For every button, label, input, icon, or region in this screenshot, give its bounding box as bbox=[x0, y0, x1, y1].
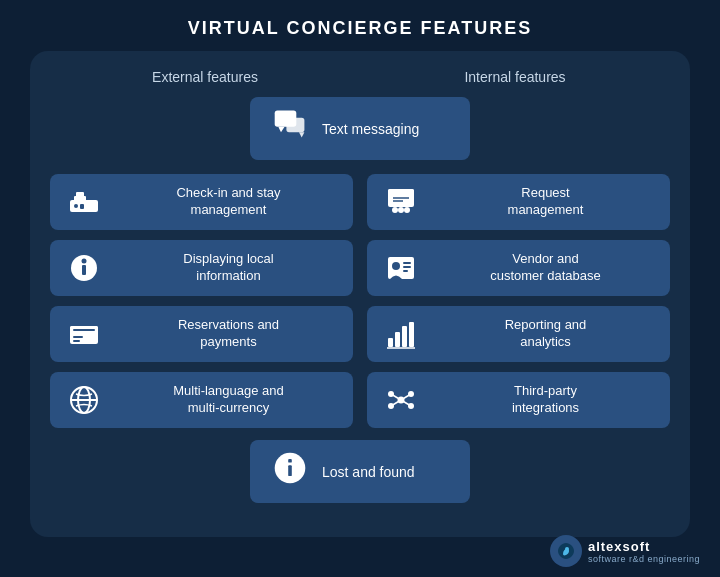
altexsoft-badge: altexsoft software r&d engineering bbox=[550, 535, 700, 567]
internal-col: Requestmanagement Vendor andcustomer dat… bbox=[367, 174, 670, 428]
svg-marker-3 bbox=[299, 132, 304, 137]
reservations-icon bbox=[64, 318, 104, 350]
svg-rect-47 bbox=[288, 459, 292, 463]
altexsoft-logo bbox=[550, 535, 582, 567]
svg-rect-5 bbox=[74, 196, 86, 203]
lost-found-icon bbox=[272, 450, 308, 493]
svg-point-21 bbox=[392, 207, 398, 213]
svg-rect-6 bbox=[76, 192, 84, 197]
svg-rect-27 bbox=[388, 257, 414, 279]
svg-rect-24 bbox=[388, 189, 414, 193]
svg-rect-31 bbox=[403, 270, 408, 272]
svg-rect-32 bbox=[388, 338, 393, 347]
text-messaging-label: Text messaging bbox=[322, 121, 419, 137]
checkin-label: Check-in and staymanagement bbox=[118, 185, 339, 219]
third-party-label: Third-partyintegrations bbox=[435, 383, 656, 417]
svg-rect-7 bbox=[80, 204, 84, 209]
checkin-button[interactable]: Check-in and staymanagement bbox=[50, 174, 353, 230]
text-messaging-button[interactable]: Text messaging bbox=[250, 97, 470, 160]
text-messaging-icon bbox=[272, 107, 308, 150]
external-col: Check-in and staymanagement Displaying l… bbox=[50, 174, 353, 428]
checkin-icon bbox=[64, 186, 104, 218]
svg-rect-35 bbox=[409, 322, 414, 347]
svg-point-23 bbox=[404, 207, 410, 213]
reporting-button[interactable]: Reporting andanalytics bbox=[367, 306, 670, 362]
svg-rect-15 bbox=[73, 336, 83, 338]
vendor-db-label: Vendor andcustomer database bbox=[435, 251, 656, 285]
reservations-button[interactable]: Reservations andpayments bbox=[50, 306, 353, 362]
vendor-db-button[interactable]: Vendor andcustomer database bbox=[367, 240, 670, 296]
request-mgmt-icon bbox=[381, 186, 421, 218]
third-party-button[interactable]: Third-partyintegrations bbox=[367, 372, 670, 428]
reporting-label: Reporting andanalytics bbox=[435, 317, 656, 351]
reporting-icon bbox=[381, 318, 421, 350]
reservations-label: Reservations andpayments bbox=[118, 317, 339, 351]
svg-marker-1 bbox=[278, 127, 284, 132]
multilang-label: Multi-language andmulti-currency bbox=[118, 383, 339, 417]
svg-rect-33 bbox=[395, 332, 400, 347]
lost-found-button[interactable]: Lost and found bbox=[250, 440, 470, 503]
svg-point-22 bbox=[398, 207, 404, 213]
svg-rect-30 bbox=[403, 266, 411, 268]
svg-rect-16 bbox=[73, 340, 80, 342]
svg-point-49 bbox=[565, 547, 569, 551]
svg-point-8 bbox=[74, 204, 78, 208]
internal-header: Internal features bbox=[375, 69, 655, 85]
svg-rect-48 bbox=[288, 465, 292, 476]
shared-bottom-row: Lost and found bbox=[50, 440, 670, 503]
external-header: External features bbox=[65, 69, 345, 85]
altexsoft-sub: software r&d engineering bbox=[588, 554, 700, 564]
local-info-label: Displaying localinformation bbox=[118, 251, 339, 285]
svg-rect-2 bbox=[286, 118, 304, 132]
multilang-icon bbox=[64, 384, 104, 416]
altexsoft-name: altexsoft bbox=[588, 539, 700, 554]
features-columns: Check-in and staymanagement Displaying l… bbox=[50, 174, 670, 428]
svg-rect-10 bbox=[82, 265, 86, 275]
local-info-icon bbox=[64, 252, 104, 284]
lost-found-label: Lost and found bbox=[322, 464, 415, 480]
local-info-button[interactable]: Displaying localinformation bbox=[50, 240, 353, 296]
svg-rect-14 bbox=[73, 329, 95, 331]
svg-rect-34 bbox=[402, 326, 407, 347]
request-mgmt-label: Requestmanagement bbox=[435, 185, 656, 219]
svg-rect-29 bbox=[403, 262, 411, 264]
main-title: VIRTUAL CONCIERGE FEATURES bbox=[0, 0, 720, 51]
request-mgmt-button[interactable]: Requestmanagement bbox=[367, 174, 670, 230]
third-party-icon bbox=[381, 384, 421, 416]
multilang-button[interactable]: Multi-language andmulti-currency bbox=[50, 372, 353, 428]
vendor-db-icon bbox=[381, 252, 421, 284]
outer-container: External features Internal features Text… bbox=[30, 51, 690, 537]
shared-top-row: Text messaging bbox=[50, 97, 670, 160]
svg-point-11 bbox=[82, 259, 87, 264]
columns-header: External features Internal features bbox=[50, 69, 670, 85]
altexsoft-text: altexsoft software r&d engineering bbox=[588, 539, 700, 564]
svg-point-28 bbox=[392, 262, 400, 270]
